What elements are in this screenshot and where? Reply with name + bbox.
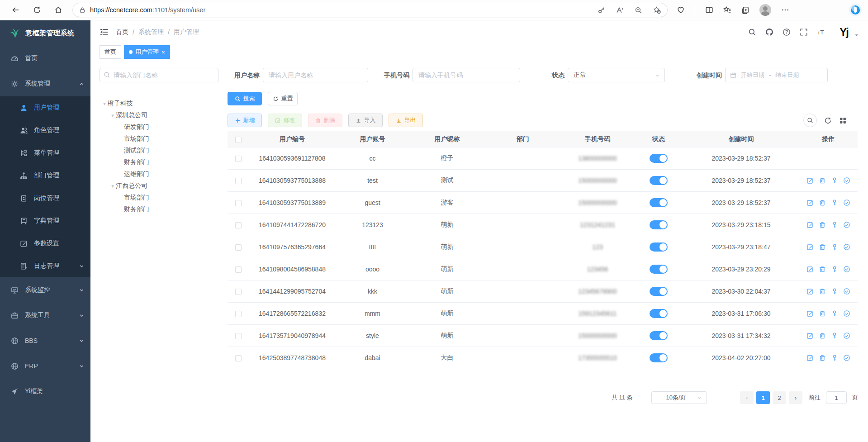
show-search-toggle-button[interactable] bbox=[803, 114, 817, 127]
github-icon[interactable] bbox=[765, 28, 773, 36]
tree-node-运维部门[interactable]: 运维部门 bbox=[100, 168, 218, 180]
status-toggle[interactable] bbox=[650, 176, 668, 185]
sidebar-item-系统工具[interactable]: 系统工具 bbox=[0, 303, 90, 328]
sidebar-item-Yi框架[interactable]: Yi框架 bbox=[0, 379, 90, 404]
status-toggle[interactable] bbox=[650, 287, 668, 296]
breadcrumb-home[interactable]: 首页 bbox=[116, 28, 128, 36]
read-aloud-icon[interactable] bbox=[616, 6, 624, 14]
row-assign-role-icon[interactable] bbox=[843, 199, 850, 206]
row-delete-icon[interactable] bbox=[819, 310, 826, 317]
row-assign-role-icon[interactable] bbox=[843, 243, 850, 251]
row-checkbox[interactable] bbox=[235, 333, 242, 339]
row-assign-role-icon[interactable] bbox=[843, 221, 850, 228]
page-button-2[interactable]: 2 bbox=[773, 391, 786, 404]
status-select[interactable]: 正常 bbox=[568, 68, 665, 82]
sidebar-item-系统管理[interactable]: 系统管理 bbox=[0, 71, 90, 96]
date-range-picker[interactable]: 开始日期 - 结束日期 bbox=[725, 68, 828, 82]
password-key-icon[interactable] bbox=[598, 6, 605, 14]
favorites-icon[interactable] bbox=[723, 6, 731, 14]
tree-node-研发部门[interactable]: 研发部门 bbox=[100, 121, 218, 133]
sidebar-item-角色管理[interactable]: 角色管理 bbox=[0, 119, 90, 142]
status-toggle[interactable] bbox=[650, 198, 668, 207]
row-delete-icon[interactable] bbox=[819, 221, 826, 228]
row-checkbox[interactable] bbox=[235, 156, 242, 162]
row-assign-role-icon[interactable] bbox=[843, 354, 850, 361]
row-edit-icon[interactable] bbox=[806, 266, 814, 273]
row-checkbox[interactable] bbox=[235, 355, 242, 361]
row-reset-password-icon[interactable] bbox=[831, 332, 838, 339]
row-reset-password-icon[interactable] bbox=[831, 177, 838, 184]
back-icon[interactable] bbox=[12, 6, 20, 14]
sidebar-item-用户管理[interactable]: 用户管理 bbox=[0, 96, 90, 119]
export-button[interactable]: 导出 bbox=[389, 114, 423, 127]
search-button[interactable]: 搜索 bbox=[228, 92, 262, 105]
address-bar[interactable]: https://ccnetcore.com:1101/system/user bbox=[72, 3, 668, 17]
more-options-icon[interactable] bbox=[781, 6, 789, 14]
row-edit-icon[interactable] bbox=[806, 332, 814, 339]
tab-user-management[interactable]: 用户管理 × bbox=[124, 45, 170, 59]
edit-button[interactable]: 修改 bbox=[268, 114, 302, 127]
sidebar-item-BBS[interactable]: BBS bbox=[0, 328, 90, 353]
delete-button[interactable]: 删除 bbox=[308, 114, 342, 127]
status-toggle[interactable] bbox=[650, 220, 668, 229]
browser-essentials-icon[interactable] bbox=[677, 6, 685, 14]
column-settings-grid-icon[interactable] bbox=[839, 117, 847, 124]
page-button-1[interactable]: 1 bbox=[756, 391, 770, 404]
status-toggle[interactable] bbox=[650, 265, 668, 274]
row-edit-icon[interactable] bbox=[806, 288, 814, 295]
row-edit-icon[interactable] bbox=[806, 199, 814, 206]
browser-profile-avatar[interactable] bbox=[759, 4, 771, 16]
row-assign-role-icon[interactable] bbox=[843, 288, 850, 295]
next-page-button[interactable]: › bbox=[789, 391, 802, 404]
tree-node-财务部门[interactable]: 财务部门 bbox=[100, 157, 218, 168]
row-edit-icon[interactable] bbox=[806, 310, 814, 317]
user-avatar-logo[interactable]: Yj bbox=[840, 26, 848, 38]
tab-home[interactable]: 首页 bbox=[100, 45, 121, 59]
phone-input[interactable] bbox=[413, 68, 520, 82]
row-reset-password-icon[interactable] bbox=[831, 288, 838, 295]
row-assign-role-icon[interactable] bbox=[843, 177, 850, 184]
refresh-table-icon[interactable] bbox=[824, 117, 832, 124]
status-toggle[interactable] bbox=[650, 353, 668, 362]
row-checkbox[interactable] bbox=[235, 266, 242, 273]
row-reset-password-icon[interactable] bbox=[831, 310, 838, 317]
row-delete-icon[interactable] bbox=[819, 354, 826, 361]
row-reset-password-icon[interactable] bbox=[831, 354, 838, 361]
row-delete-icon[interactable] bbox=[819, 243, 826, 251]
import-button[interactable]: 导入 bbox=[348, 114, 383, 127]
tree-node-财务部门[interactable]: 财务部门 bbox=[100, 204, 218, 215]
reset-button[interactable]: 重置 bbox=[268, 92, 298, 105]
row-assign-role-icon[interactable] bbox=[843, 332, 850, 339]
fullscreen-icon[interactable] bbox=[800, 28, 808, 36]
sidebar-item-系统监控[interactable]: 系统监控 bbox=[0, 277, 90, 303]
row-reset-password-icon[interactable] bbox=[831, 243, 838, 251]
tree-expand-caret-icon[interactable]: ▾ bbox=[109, 183, 116, 189]
username-input[interactable] bbox=[263, 68, 368, 82]
sidebar-item-部门管理[interactable]: 部门管理 bbox=[0, 164, 90, 187]
sidebar-item-ERP[interactable]: ERP bbox=[0, 353, 90, 379]
url-text[interactable]: https://ccnetcore.com:1101/system/user bbox=[90, 6, 598, 14]
font-size-icon[interactable]: TT bbox=[817, 28, 825, 36]
row-delete-icon[interactable] bbox=[819, 266, 826, 273]
row-delete-icon[interactable] bbox=[819, 332, 826, 339]
sidebar-item-岗位管理[interactable]: 岗位管理 bbox=[0, 187, 90, 209]
row-assign-role-icon[interactable] bbox=[843, 266, 850, 273]
refresh-icon[interactable] bbox=[33, 6, 41, 14]
row-delete-icon[interactable] bbox=[819, 177, 826, 184]
tree-node-江西总公司[interactable]: ▾江西总公司 bbox=[100, 180, 218, 192]
row-reset-password-icon[interactable] bbox=[831, 266, 838, 273]
row-checkbox[interactable] bbox=[235, 178, 242, 184]
row-delete-icon[interactable] bbox=[819, 288, 826, 295]
collections-icon[interactable] bbox=[741, 6, 749, 14]
tree-expand-caret-icon[interactable]: ▾ bbox=[101, 101, 108, 107]
row-assign-role-icon[interactable] bbox=[843, 310, 850, 317]
collapse-sidebar-icon[interactable] bbox=[100, 28, 109, 37]
sidebar-item-菜单管理[interactable]: 菜单管理 bbox=[0, 142, 90, 164]
close-tab-icon[interactable]: × bbox=[161, 49, 165, 55]
sidebar-item-字典管理[interactable]: 字典管理 bbox=[0, 209, 90, 232]
tree-node-市场部门[interactable]: 市场部门 bbox=[100, 192, 218, 204]
row-edit-icon[interactable] bbox=[806, 221, 814, 228]
zoom-out-icon[interactable] bbox=[635, 6, 642, 14]
row-delete-icon[interactable] bbox=[819, 199, 826, 206]
status-toggle[interactable] bbox=[650, 242, 668, 252]
